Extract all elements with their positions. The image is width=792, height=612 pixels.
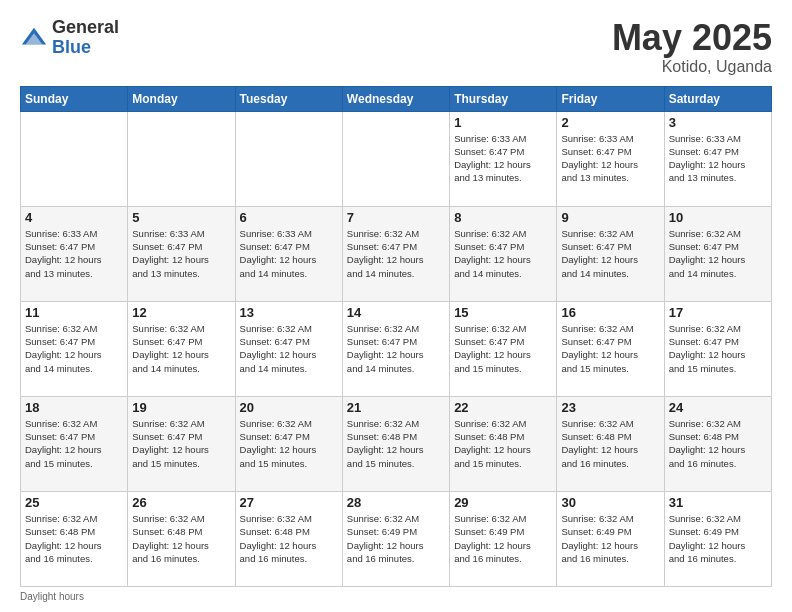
day-number: 5	[132, 210, 230, 225]
day-number: 2	[561, 115, 659, 130]
header: General Blue May 2025 Kotido, Uganda	[20, 18, 772, 76]
calendar-cell: 18Sunrise: 6:32 AM Sunset: 6:47 PM Dayli…	[21, 396, 128, 491]
calendar-cell: 5Sunrise: 6:33 AM Sunset: 6:47 PM Daylig…	[128, 206, 235, 301]
day-info: Sunrise: 6:32 AM Sunset: 6:47 PM Dayligh…	[132, 417, 230, 470]
calendar-cell: 20Sunrise: 6:32 AM Sunset: 6:47 PM Dayli…	[235, 396, 342, 491]
calendar-header-row: Sunday Monday Tuesday Wednesday Thursday…	[21, 86, 772, 111]
day-number: 10	[669, 210, 767, 225]
calendar-cell: 19Sunrise: 6:32 AM Sunset: 6:47 PM Dayli…	[128, 396, 235, 491]
calendar-cell: 16Sunrise: 6:32 AM Sunset: 6:47 PM Dayli…	[557, 301, 664, 396]
day-info: Sunrise: 6:32 AM Sunset: 6:48 PM Dayligh…	[240, 512, 338, 565]
calendar-cell: 6Sunrise: 6:33 AM Sunset: 6:47 PM Daylig…	[235, 206, 342, 301]
calendar-week-5: 25Sunrise: 6:32 AM Sunset: 6:48 PM Dayli…	[21, 491, 772, 586]
calendar-cell: 9Sunrise: 6:32 AM Sunset: 6:47 PM Daylig…	[557, 206, 664, 301]
day-info: Sunrise: 6:32 AM Sunset: 6:47 PM Dayligh…	[561, 227, 659, 280]
col-sunday: Sunday	[21, 86, 128, 111]
day-info: Sunrise: 6:32 AM Sunset: 6:47 PM Dayligh…	[347, 322, 445, 375]
calendar-cell: 4Sunrise: 6:33 AM Sunset: 6:47 PM Daylig…	[21, 206, 128, 301]
day-info: Sunrise: 6:32 AM Sunset: 6:48 PM Dayligh…	[347, 417, 445, 470]
day-number: 15	[454, 305, 552, 320]
calendar-cell: 24Sunrise: 6:32 AM Sunset: 6:48 PM Dayli…	[664, 396, 771, 491]
day-number: 7	[347, 210, 445, 225]
day-number: 11	[25, 305, 123, 320]
day-info: Sunrise: 6:33 AM Sunset: 6:47 PM Dayligh…	[561, 132, 659, 185]
logo-icon	[20, 24, 48, 52]
calendar-cell: 31Sunrise: 6:32 AM Sunset: 6:49 PM Dayli…	[664, 491, 771, 586]
logo: General Blue	[20, 18, 119, 58]
calendar-cell	[21, 111, 128, 206]
col-monday: Monday	[128, 86, 235, 111]
day-info: Sunrise: 6:32 AM Sunset: 6:47 PM Dayligh…	[347, 227, 445, 280]
day-info: Sunrise: 6:32 AM Sunset: 6:48 PM Dayligh…	[454, 417, 552, 470]
calendar-cell: 28Sunrise: 6:32 AM Sunset: 6:49 PM Dayli…	[342, 491, 449, 586]
day-info: Sunrise: 6:32 AM Sunset: 6:47 PM Dayligh…	[240, 417, 338, 470]
day-info: Sunrise: 6:33 AM Sunset: 6:47 PM Dayligh…	[25, 227, 123, 280]
day-number: 30	[561, 495, 659, 510]
day-number: 26	[132, 495, 230, 510]
day-number: 22	[454, 400, 552, 415]
calendar-cell: 23Sunrise: 6:32 AM Sunset: 6:48 PM Dayli…	[557, 396, 664, 491]
day-info: Sunrise: 6:32 AM Sunset: 6:47 PM Dayligh…	[454, 322, 552, 375]
day-info: Sunrise: 6:32 AM Sunset: 6:47 PM Dayligh…	[25, 322, 123, 375]
day-number: 20	[240, 400, 338, 415]
day-number: 13	[240, 305, 338, 320]
day-number: 1	[454, 115, 552, 130]
calendar-cell	[128, 111, 235, 206]
day-info: Sunrise: 6:32 AM Sunset: 6:47 PM Dayligh…	[25, 417, 123, 470]
day-info: Sunrise: 6:32 AM Sunset: 6:49 PM Dayligh…	[561, 512, 659, 565]
calendar-cell: 15Sunrise: 6:32 AM Sunset: 6:47 PM Dayli…	[450, 301, 557, 396]
calendar-cell: 29Sunrise: 6:32 AM Sunset: 6:49 PM Dayli…	[450, 491, 557, 586]
day-number: 8	[454, 210, 552, 225]
calendar-cell: 10Sunrise: 6:32 AM Sunset: 6:47 PM Dayli…	[664, 206, 771, 301]
day-number: 3	[669, 115, 767, 130]
calendar-cell: 21Sunrise: 6:32 AM Sunset: 6:48 PM Dayli…	[342, 396, 449, 491]
calendar-cell: 26Sunrise: 6:32 AM Sunset: 6:48 PM Dayli…	[128, 491, 235, 586]
title-month: May 2025	[612, 18, 772, 58]
day-info: Sunrise: 6:32 AM Sunset: 6:47 PM Dayligh…	[240, 322, 338, 375]
col-wednesday: Wednesday	[342, 86, 449, 111]
day-info: Sunrise: 6:32 AM Sunset: 6:47 PM Dayligh…	[454, 227, 552, 280]
day-number: 9	[561, 210, 659, 225]
day-info: Sunrise: 6:32 AM Sunset: 6:49 PM Dayligh…	[347, 512, 445, 565]
day-number: 18	[25, 400, 123, 415]
col-thursday: Thursday	[450, 86, 557, 111]
day-number: 23	[561, 400, 659, 415]
day-info: Sunrise: 6:32 AM Sunset: 6:47 PM Dayligh…	[669, 227, 767, 280]
calendar-cell	[342, 111, 449, 206]
day-number: 6	[240, 210, 338, 225]
day-number: 28	[347, 495, 445, 510]
calendar-cell: 8Sunrise: 6:32 AM Sunset: 6:47 PM Daylig…	[450, 206, 557, 301]
day-info: Sunrise: 6:32 AM Sunset: 6:48 PM Dayligh…	[669, 417, 767, 470]
calendar-cell: 1Sunrise: 6:33 AM Sunset: 6:47 PM Daylig…	[450, 111, 557, 206]
day-number: 14	[347, 305, 445, 320]
day-number: 19	[132, 400, 230, 415]
calendar-cell: 7Sunrise: 6:32 AM Sunset: 6:47 PM Daylig…	[342, 206, 449, 301]
day-info: Sunrise: 6:32 AM Sunset: 6:48 PM Dayligh…	[132, 512, 230, 565]
calendar-cell	[235, 111, 342, 206]
calendar-week-3: 11Sunrise: 6:32 AM Sunset: 6:47 PM Dayli…	[21, 301, 772, 396]
col-friday: Friday	[557, 86, 664, 111]
calendar-cell: 11Sunrise: 6:32 AM Sunset: 6:47 PM Dayli…	[21, 301, 128, 396]
day-number: 17	[669, 305, 767, 320]
day-info: Sunrise: 6:32 AM Sunset: 6:47 PM Dayligh…	[132, 322, 230, 375]
col-saturday: Saturday	[664, 86, 771, 111]
calendar-cell: 2Sunrise: 6:33 AM Sunset: 6:47 PM Daylig…	[557, 111, 664, 206]
calendar-cell: 14Sunrise: 6:32 AM Sunset: 6:47 PM Dayli…	[342, 301, 449, 396]
calendar-week-2: 4Sunrise: 6:33 AM Sunset: 6:47 PM Daylig…	[21, 206, 772, 301]
day-info: Sunrise: 6:32 AM Sunset: 6:47 PM Dayligh…	[669, 322, 767, 375]
day-number: 31	[669, 495, 767, 510]
day-info: Sunrise: 6:33 AM Sunset: 6:47 PM Dayligh…	[240, 227, 338, 280]
calendar-cell: 12Sunrise: 6:32 AM Sunset: 6:47 PM Dayli…	[128, 301, 235, 396]
logo-general-text: General	[52, 18, 119, 38]
calendar-cell: 25Sunrise: 6:32 AM Sunset: 6:48 PM Dayli…	[21, 491, 128, 586]
calendar-cell: 22Sunrise: 6:32 AM Sunset: 6:48 PM Dayli…	[450, 396, 557, 491]
day-number: 24	[669, 400, 767, 415]
day-number: 16	[561, 305, 659, 320]
day-info: Sunrise: 6:33 AM Sunset: 6:47 PM Dayligh…	[669, 132, 767, 185]
calendar-cell: 30Sunrise: 6:32 AM Sunset: 6:49 PM Dayli…	[557, 491, 664, 586]
calendar-cell: 13Sunrise: 6:32 AM Sunset: 6:47 PM Dayli…	[235, 301, 342, 396]
day-number: 27	[240, 495, 338, 510]
day-info: Sunrise: 6:32 AM Sunset: 6:47 PM Dayligh…	[561, 322, 659, 375]
day-number: 21	[347, 400, 445, 415]
day-number: 29	[454, 495, 552, 510]
